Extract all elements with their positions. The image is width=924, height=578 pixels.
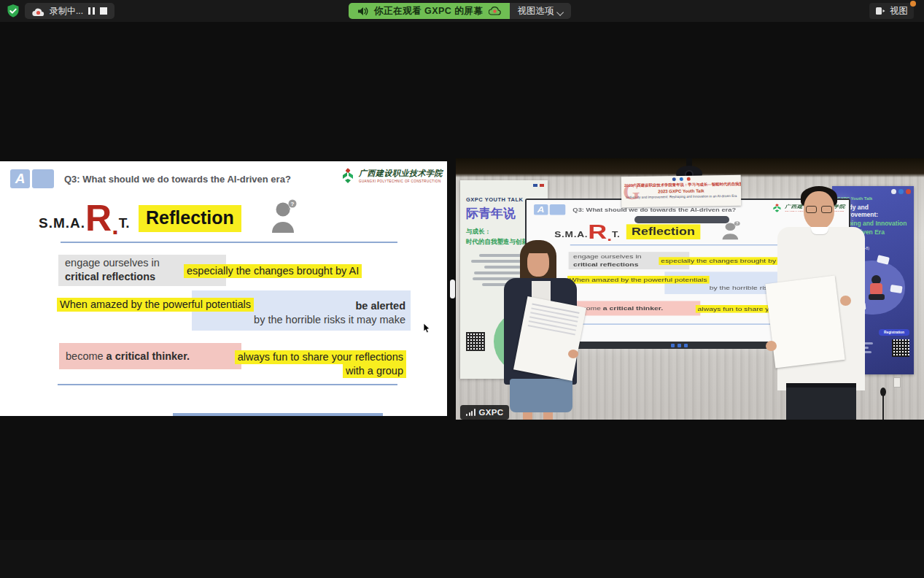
slide-question: Q3: What should we do towards the AI-dri… bbox=[572, 207, 736, 212]
watching-screen-banner: 你正在观看 GXPC 的屏幕 视图选项 bbox=[349, 3, 571, 19]
event-banner: G 2023广西建设职业技术学院青年说：学习与成长—智能时代的自我塑造与创新 2… bbox=[621, 175, 742, 207]
notification-dot bbox=[910, 1, 916, 7]
school-name: 广西建设职业技术学院 bbox=[359, 168, 443, 179]
banner-title-en: 2023 GXPC Youth Talk bbox=[624, 188, 738, 194]
slide-title: S.M.A.R.T. bbox=[554, 220, 620, 240]
view-button[interactable]: 视图 bbox=[869, 3, 914, 19]
slide-block-thinker: become a critical thinker. bbox=[59, 343, 241, 369]
pause-recording-icon[interactable] bbox=[88, 7, 95, 15]
top-bar: 录制中... 你正在观看 GXPC 的屏幕 视图选项 bbox=[0, 0, 924, 22]
pane-resize-handle[interactable] bbox=[450, 280, 455, 298]
watching-text: 你正在观看 GXPC 的屏幕 bbox=[374, 5, 483, 18]
watching-screen-message: 你正在观看 GXPC 的屏幕 bbox=[349, 3, 510, 19]
recording-indicator: 录制中... bbox=[25, 3, 114, 19]
next-element-edge bbox=[173, 413, 383, 416]
slide-ai-logo: A bbox=[10, 169, 54, 188]
slide-content: A Q3: What should we do towards the AI-d… bbox=[0, 161, 447, 416]
presenter-male bbox=[758, 186, 879, 420]
slide-title-highlight: Reflection bbox=[139, 205, 241, 232]
speaker-icon bbox=[357, 7, 368, 16]
divider-line bbox=[61, 242, 397, 243]
wall-outlet bbox=[893, 377, 901, 388]
banner-title-cn: 2023广西建设职业技术学院青年说：学习与成长—智能时代的自我塑造与创新 bbox=[624, 182, 738, 188]
stop-recording-icon[interactable] bbox=[100, 7, 107, 15]
view-layout-icon bbox=[875, 7, 885, 15]
cloud-recording-badge-icon bbox=[489, 7, 501, 15]
horrible-risks-text: by the horrible risks it may make bbox=[254, 314, 405, 325]
shared-screen-pane: A Q3: What should we do towards the AI-d… bbox=[0, 161, 447, 416]
school-emblem-icon bbox=[341, 168, 355, 185]
qr-code bbox=[466, 332, 485, 351]
highlight-with-group: with a group bbox=[343, 364, 406, 378]
thinking-person-icon: ? bbox=[270, 199, 300, 236]
slide-ai-logo: A bbox=[534, 204, 565, 215]
highlight-amazed: When amazed by the powerful potentials bbox=[567, 276, 709, 284]
be-alerted-text: be alerted bbox=[356, 300, 406, 312]
encryption-shield-icon bbox=[6, 4, 20, 18]
banner-subtitle: Self-study and Improvement: Reshaping an… bbox=[624, 194, 738, 199]
microphone bbox=[882, 393, 884, 420]
registration-button: Registration bbox=[879, 329, 909, 336]
svg-text:?: ? bbox=[736, 222, 739, 226]
mouse-cursor bbox=[423, 323, 432, 336]
school-subtitle: GUANGXI POLYTECHNIC OF CONSTRUCTION bbox=[359, 180, 443, 183]
participant-name: GXPC bbox=[479, 408, 504, 417]
signal-bars-icon bbox=[466, 409, 475, 416]
svg-text:?: ? bbox=[291, 201, 295, 207]
recording-label: 录制中... bbox=[50, 5, 83, 18]
presenter-female bbox=[498, 240, 586, 420]
school-logo: 广西建设职业技术学院 GUANGXI POLYTECHNIC OF CONSTR… bbox=[341, 168, 443, 185]
slide-block-thinker: become a critical thinker. bbox=[569, 301, 700, 315]
highlight-share-reflections: always fun to share your reflections bbox=[235, 350, 406, 364]
script-papers bbox=[765, 276, 845, 369]
cloud-recording-icon bbox=[32, 7, 44, 15]
thinking-person-icon: ? bbox=[721, 221, 742, 242]
participant-name-label: GXPC bbox=[460, 405, 509, 420]
projection-overlay-pill bbox=[634, 216, 729, 223]
meeting-window: 录制中... 你正在观看 GXPC 的屏幕 视图选项 bbox=[0, 0, 924, 578]
highlight-changes-ai: especially the changes brought by AI bbox=[184, 264, 362, 278]
speaker-video-feed: GXPC YOUTH TALK 际青年说 与成长： 时代的自我塑造与创新 GXP… bbox=[456, 158, 924, 420]
divider-line bbox=[58, 384, 397, 385]
slide-title: S.M.A.R.T. bbox=[39, 198, 129, 233]
qr-code bbox=[892, 339, 909, 357]
view-options-button[interactable]: 视图选项 bbox=[510, 3, 571, 19]
meeting-toolbar: 解除静音 停止视频 安全 bbox=[0, 540, 924, 578]
highlight-amazed: When amazed by the powerful potentials bbox=[57, 298, 254, 312]
slide-question: Q3: What should we do towards the AI-dri… bbox=[64, 174, 291, 185]
chevron-down-icon bbox=[557, 8, 564, 15]
slide-title-highlight: Reflection bbox=[626, 224, 700, 239]
